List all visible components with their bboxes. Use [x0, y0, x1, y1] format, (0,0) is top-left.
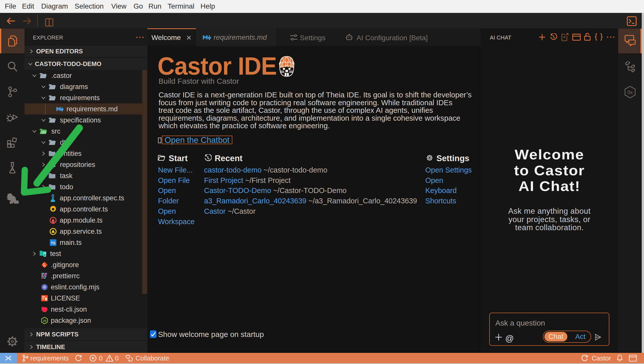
svg-text:JS: JS	[43, 319, 46, 322]
svg-text:0x: 0x	[627, 90, 633, 95]
svg-text:TS: TS	[51, 241, 55, 245]
